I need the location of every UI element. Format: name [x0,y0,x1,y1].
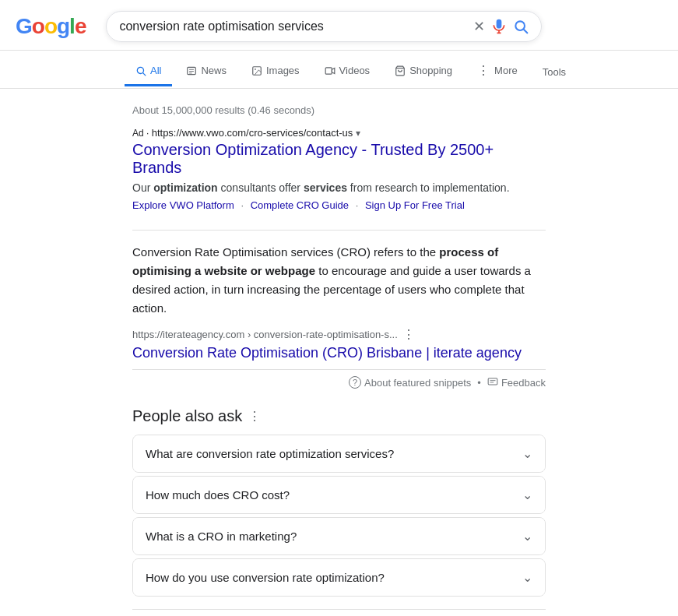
logo-e: e [75,14,86,38]
paa-chevron-2: ⌄ [522,488,532,502]
paa-chevron-1: ⌄ [522,446,532,461]
paa-item-2: How much does CRO cost? ⌄ [132,476,546,514]
tab-shopping[interactable]: Shopping [384,57,463,86]
paa-header: People also ask ⋮ [132,407,546,425]
tab-images[interactable]: Images [241,57,311,86]
ad-sitelinks: Explore VWO Platform · Complete CRO Guid… [132,199,546,211]
clear-button[interactable]: ✕ [473,18,485,35]
logo-l: l [69,14,75,38]
ad-title[interactable]: Conversion Optimization Agency - Trusted… [132,141,546,177]
shopping-tab-icon [395,65,406,76]
snippet-title[interactable]: Conversion Rate Optimisation (CRO) Brisb… [132,345,522,361]
results-count: About 15,000,000 results (0.46 seconds) [132,97,546,127]
tools-tab[interactable]: Tools [532,58,577,86]
ad-link-separator-2: · [356,199,361,211]
paa-question-text-3: What is a CRO in marketing? [146,530,297,543]
ad-link-explore[interactable]: Explore VWO Platform [132,199,234,211]
more-tab-dots-icon: ⋮ [477,63,490,78]
logo-o1: o [32,14,44,38]
tab-all[interactable]: All [125,57,172,86]
search-tab-icon [135,65,146,76]
snippet-url-text: https://iterateagency.com › conversion-r… [132,329,398,340]
svg-line-1 [524,30,528,33]
tab-news-label: News [201,65,227,76]
ad-result: Ad · https://www.vwo.com/cro-services/co… [132,127,546,211]
svg-line-3 [143,72,146,75]
voice-search-button[interactable] [491,19,507,34]
paa-item-4: How do you use conversion rate optimizat… [132,558,546,597]
snippet-feedback-label: Feedback [501,377,546,389]
tab-videos-label: Videos [339,65,371,76]
paa-question-4[interactable]: How do you use conversion rate optimizat… [133,559,545,596]
tab-news[interactable]: News [175,57,237,86]
header: Google conversion rate optimisation serv… [0,0,678,51]
logo-o2: o [44,14,57,38]
ad-label: Ad · https://www.vwo.com/cro-services/co… [132,127,546,139]
tab-shopping-label: Shopping [409,65,452,76]
divider-paa-bottom [132,609,546,610]
main-content: About 15,000,000 results (0.46 seconds) … [0,89,678,616]
microphone-icon [491,19,507,34]
tab-images-label: Images [266,65,300,76]
snippet-feedback-item[interactable]: Feedback [487,377,546,389]
snippet-text: Conversion Rate Optimisation services (C… [132,243,546,318]
paa-question-1[interactable]: What are conversion rate optimization se… [133,435,545,472]
paa-question-text-2: How much does CRO cost? [146,488,290,502]
search-input[interactable]: conversion rate optimisation services [119,19,467,33]
ad-url: https://www.vwo.com/cro-services/contact… [152,127,353,139]
feedback-icon [487,377,498,388]
google-logo: Google [16,14,86,39]
search-bar: conversion rate optimisation services ✕ [106,11,542,42]
ad-link-guide[interactable]: Complete CRO Guide [251,199,349,211]
tab-more[interactable]: ⋮ More [466,55,529,88]
nav-tabs: All News Images Videos Shopping [0,51,678,89]
paa-question-text-1: What are conversion rate optimization se… [146,447,394,460]
ad-link-signup[interactable]: Sign Up For Free Trial [365,199,465,211]
tab-more-label: More [494,65,518,76]
paa-chevron-3: ⌄ [522,529,532,544]
logo-g2: g [57,14,69,38]
paa-question-2[interactable]: How much does CRO cost? ⌄ [133,477,545,513]
people-also-ask-section: People also ask ⋮ What are conversion ra… [132,407,546,616]
paa-question-3[interactable]: What is a CRO in marketing? ⌄ [133,518,545,554]
paa-menu-icon[interactable]: ⋮ [248,409,261,424]
question-mark-icon: ? [349,376,361,389]
svg-rect-10 [325,67,332,73]
ad-dropdown-icon[interactable]: ▾ [356,128,360,139]
paa-item-3: What is a CRO in marketing? ⌄ [132,517,546,555]
featured-snippet: Conversion Rate Optimisation services (C… [132,243,546,392]
tab-all-label: All [150,65,161,76]
about-snippets-label: About featured snippets [364,377,471,389]
search-button[interactable] [513,19,529,34]
paa-item-1: What are conversion rate optimization se… [132,435,546,473]
snippet-text-start: Conversion Rate Optimisation services (C… [132,245,439,259]
images-tab-icon [251,65,262,76]
ad-link-separator-1: · [241,199,246,211]
snippet-source-url: https://iterateagency.com › conversion-r… [132,327,546,342]
paa-heading: People also ask [132,407,242,425]
ad-description: Our optimization consultants offer servi… [132,180,546,196]
logo-g: G [16,14,32,38]
tab-videos[interactable]: Videos [314,57,381,86]
news-tab-icon [186,65,197,76]
svg-rect-12 [488,378,497,385]
svg-point-9 [255,69,256,70]
paa-chevron-4: ⌄ [522,570,532,585]
search-icon [513,19,529,34]
footer-dot-separator: • [477,377,481,389]
paa-question-text-4: How do you use conversion rate optimizat… [146,571,385,584]
about-snippets-item[interactable]: ? About featured snippets [349,376,471,389]
clear-icon: ✕ [473,18,485,35]
snippet-footer: ? About featured snippets • Feedback [132,369,546,392]
ad-bold-optimization: optimization [153,181,217,194]
snippet-menu-icon[interactable]: ⋮ [402,327,415,342]
ad-bold-services: services [304,181,347,194]
ad-badge: Ad · [132,128,152,139]
divider-1 [132,230,546,231]
videos-tab-icon [325,65,335,76]
